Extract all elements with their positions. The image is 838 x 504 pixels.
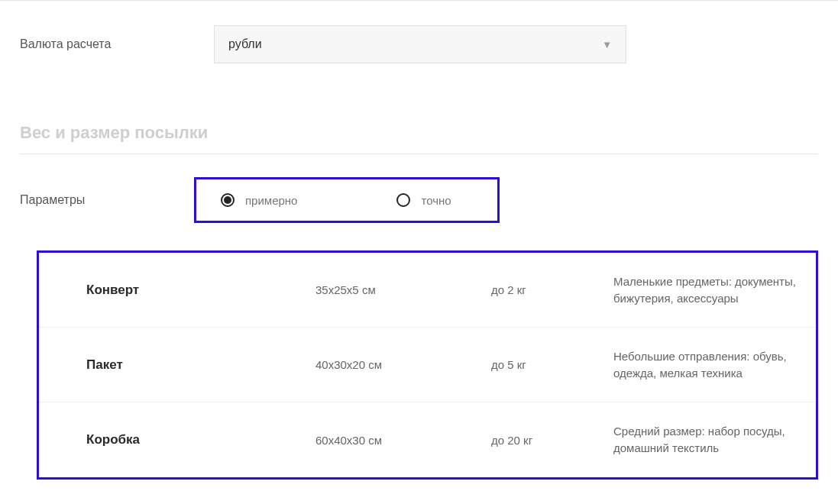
radio-approx-label: примерно [245, 194, 297, 207]
table-row[interactable]: Конверт 35x25x5 см до 2 кг Маленькие пре… [39, 253, 816, 328]
section-title: Вес и размер посылки [20, 123, 838, 143]
radio-approx[interactable]: примерно [221, 193, 297, 207]
table-row[interactable]: Пакет 40x30x20 см до 5 кг Небольшие отпр… [39, 328, 816, 402]
radio-icon-selected [221, 193, 235, 207]
radio-exact[interactable]: точно [396, 193, 451, 207]
package-name: Коробка [86, 432, 315, 447]
package-weight: до 5 кг [491, 358, 613, 371]
package-name: Конверт [86, 283, 315, 298]
table-row[interactable]: Коробка 60x40x30 см до 20 кг Средний раз… [39, 402, 816, 477]
package-table: Конверт 35x25x5 см до 2 кг Маленькие пре… [37, 250, 818, 480]
radio-icon-unselected [396, 193, 410, 207]
package-name: Пакет [86, 357, 315, 373]
package-description: Средний размер: набор посуды, домашний т… [613, 423, 816, 457]
package-dimensions: 35x25x5 см [315, 283, 491, 296]
package-dimensions: 60x40x30 см [315, 434, 491, 447]
package-description: Небольшие отправления: обувь, одежда, ме… [613, 348, 816, 382]
currency-value: рубли [228, 37, 262, 51]
package-weight: до 2 кг [491, 283, 613, 296]
radio-exact-label: точно [421, 194, 451, 207]
package-dimensions: 40x30x20 см [315, 358, 491, 371]
currency-select[interactable]: рубли ▼ [214, 25, 626, 63]
chevron-down-icon: ▼ [602, 39, 612, 50]
params-radio-group: примерно точно [194, 177, 500, 223]
currency-label: Валюта расчета [20, 37, 214, 51]
package-weight: до 20 кг [491, 434, 613, 447]
package-description: Маленькие предметы: документы, бижутерия… [613, 273, 816, 307]
params-label: Параметры [20, 193, 194, 207]
